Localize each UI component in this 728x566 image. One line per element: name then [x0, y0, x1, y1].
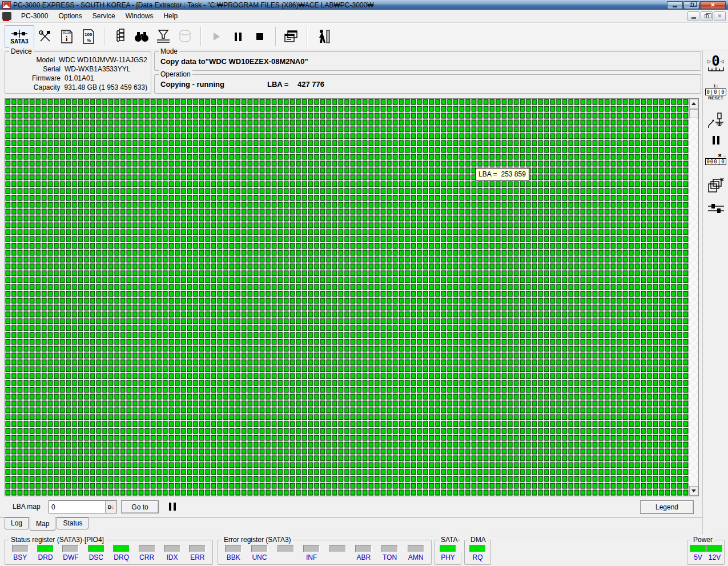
task-progress-button[interactable]: 100 % [78, 26, 99, 47]
device-field-value: WD-WXB1A3533YYL [65, 65, 130, 74]
lba-map[interactable]: LBA = 253 859 [5, 99, 689, 496]
mdi-close-button[interactable]: ✕ [714, 11, 726, 21]
led-indicator [113, 545, 130, 552]
reset-step-label: 1↓ [713, 83, 718, 89]
toolbar-separator [200, 27, 201, 46]
view-tab[interactable]: Log [5, 517, 29, 529]
sata2-led: PHY [437, 545, 458, 561]
led-indicator [303, 545, 320, 552]
error-led: TON [379, 545, 401, 561]
map-scrollbar[interactable] [689, 99, 698, 496]
play-icon [214, 33, 220, 41]
led-label: 12V [709, 554, 721, 561]
led-label: TON [383, 554, 397, 561]
title-bar: PC-3000 EXPRESS - SOUTH KOREA - [Data Ex… [0, 0, 728, 10]
right-tool-strip: ▷ 0 ◁ 1↓ 0|0|0 RESET [702, 50, 728, 535]
error-led [327, 545, 348, 561]
led-label: DRD [38, 554, 53, 561]
power-title: Power [691, 536, 714, 544]
pause-button[interactable] [227, 26, 249, 47]
led-indicator [225, 545, 242, 552]
device-groupbox: Device Model WDC WD10JMVW-11AJGS2 Serial… [5, 51, 151, 94]
view-tab[interactable]: Status [57, 517, 89, 529]
led-indicator [277, 545, 294, 552]
settings-sliders-button[interactable] [703, 203, 728, 215]
led-indicator [164, 545, 180, 552]
error-led: BBK [223, 545, 244, 561]
menu-bar: PC-3000OptionsServiceWindowsHelp ✕ [0, 10, 728, 23]
status-register-title: Status register (SATA3)-[PIO4] [9, 536, 106, 544]
search-button[interactable] [131, 26, 152, 47]
mdi-restore-button[interactable] [701, 11, 713, 21]
strip-pause-button[interactable] [703, 136, 728, 144]
error-led: AMN [405, 545, 427, 561]
close-windows-icon [707, 177, 725, 194]
object-tree-button[interactable] [109, 26, 131, 47]
goto-button[interactable]: Go to [121, 500, 159, 513]
utilities-button[interactable] [34, 26, 56, 47]
menu-item[interactable]: Service [87, 10, 120, 22]
status-led: ERR [187, 545, 208, 561]
led-label: DWF [63, 554, 78, 561]
task-info-button[interactable]: 0110 i [56, 26, 78, 47]
mdi-child-icon[interactable] [2, 12, 11, 20]
menu-item[interactable]: Windows [120, 10, 159, 22]
minimize-button[interactable] [667, 1, 683, 9]
ruler-icon [708, 67, 724, 71]
power-circuit-button[interactable] [703, 112, 728, 130]
lba-input[interactable] [49, 501, 105, 513]
scrollbar-thumb[interactable] [689, 109, 698, 118]
close-windows-button[interactable] [703, 177, 728, 194]
gauge-zero: 0 [711, 55, 719, 67]
view-tab[interactable]: Map [30, 517, 55, 531]
error-led: ABR [353, 545, 375, 561]
mode-group-title: Mode [159, 47, 179, 55]
mdi-restore-icon [705, 14, 709, 18]
strip-pause-icon [713, 136, 719, 144]
svg-text:%: % [87, 38, 91, 43]
filter-button[interactable] [152, 26, 174, 47]
scroll-down-button[interactable] [689, 486, 698, 496]
menu-item[interactable]: Help [158, 10, 183, 22]
reset-counter-button[interactable]: 1↓ 0|0|0 RESET [703, 83, 728, 101]
device-field-label: Capacity [9, 83, 65, 92]
pc3000-window: PC-3000 EXPRESS - SOUTH KOREA - [Data Ex… [0, 0, 728, 566]
svg-text:0110: 0110 [63, 30, 71, 34]
lba-dropdown-button[interactable]: D ↓ [105, 501, 116, 513]
scroll-up-button[interactable] [689, 99, 698, 109]
scrollbar-track[interactable] [689, 118, 698, 486]
status-register-groupbox: Status register (SATA3)-[PIO4] BSY DRD [5, 540, 213, 565]
dma-led: RQ [467, 545, 488, 561]
device-field-row: Model WDC WD10JMVW-11AJGS2 [9, 55, 147, 65]
mode-text: Copy data to"WDC WD10EZEX-08M2NA0" [160, 57, 308, 66]
mdi-minimize-button[interactable] [687, 11, 699, 21]
led-indicator [408, 545, 424, 552]
legend-button[interactable]: Legend [640, 500, 694, 514]
counter-clear-button[interactable]: ✖→ 000|0 [703, 153, 728, 165]
tree-icon [112, 29, 127, 45]
operation-group-title: Operation [159, 70, 192, 78]
led-label: RQ [473, 554, 483, 561]
status-led: DWF [60, 545, 82, 561]
close-button[interactable]: ✕ [700, 1, 726, 9]
led-label: IDX [166, 554, 178, 561]
stop-button[interactable] [249, 26, 271, 47]
info-panels: Device Model WDC WD10JMVW-11AJGS2 Serial… [0, 50, 728, 96]
toolbar-separator [104, 27, 104, 46]
lba-input-wrap: D ↓ [49, 500, 117, 513]
menu-item[interactable]: PC-3000 [16, 10, 53, 22]
progress-100-icon: 100 % [81, 29, 96, 45]
device-field-value: 01.01A01 [65, 74, 94, 83]
led-label: 5V [694, 554, 702, 561]
map-pause-icon[interactable] [169, 503, 176, 511]
led-indicator [469, 545, 486, 552]
sata-plug-icon [11, 29, 28, 38]
pause-icon [235, 33, 242, 41]
sata3-port-button[interactable]: SATA3 [5, 25, 34, 48]
close-icon: ✕ [710, 2, 715, 8]
windows-list-button[interactable] [280, 26, 302, 47]
menu-item[interactable]: Options [53, 10, 87, 22]
exit-button[interactable] [312, 26, 333, 47]
head-counter-button[interactable]: ▷ 0 ◁ [703, 55, 728, 71]
restore-button[interactable] [683, 1, 699, 9]
